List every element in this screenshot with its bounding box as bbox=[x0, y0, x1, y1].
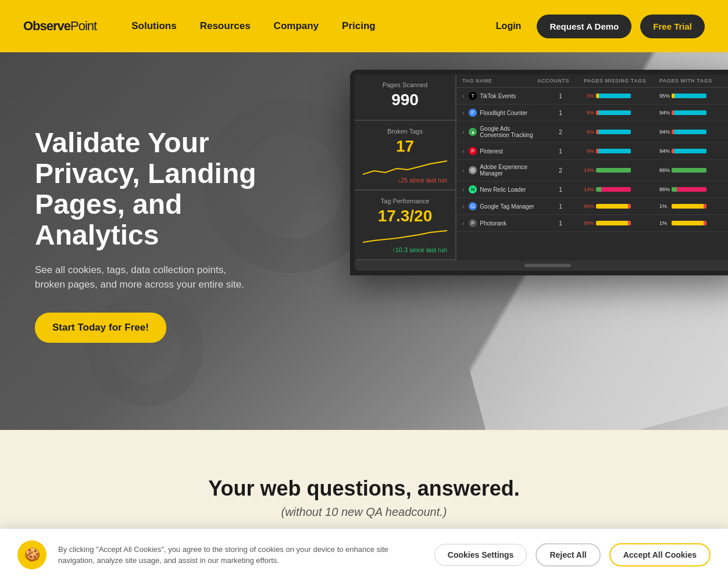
chevron-icon: › bbox=[462, 203, 464, 210]
pinterest-icon: P bbox=[469, 147, 477, 155]
nav-links: Solutions Resources Company Pricing bbox=[131, 20, 489, 32]
hit-pct: 94% bbox=[659, 110, 670, 116]
miss-bar bbox=[596, 221, 631, 225]
with-bar-cell: 1% bbox=[659, 220, 728, 226]
tag-performance-change: ↑10.3 since last run bbox=[363, 246, 447, 253]
tag-name-cell: › ▲ Google Ads Conversion Tracking bbox=[462, 125, 537, 138]
section-subtitle: (without 10 new QA headcount.) bbox=[35, 505, 693, 519]
missing-bar-cell: 6% bbox=[584, 110, 659, 116]
login-button[interactable]: Login bbox=[489, 16, 529, 36]
tag-name-cell: › G Google Tag Manager bbox=[462, 202, 537, 210]
newrelic-icon: N bbox=[469, 185, 477, 193]
broken-tags-chart bbox=[363, 158, 447, 175]
with-bar-cell: 94% bbox=[659, 148, 728, 154]
missing-bar-cell: 99% bbox=[584, 203, 659, 209]
broken-tags-value: 17 bbox=[363, 137, 447, 156]
free-trial-button[interactable]: Free Trial bbox=[640, 15, 705, 38]
miss-bar bbox=[596, 130, 631, 134]
pages-scanned-value: 990 bbox=[363, 91, 447, 109]
nav-solutions[interactable]: Solutions bbox=[131, 20, 176, 32]
th-tag-name: TAG NAME bbox=[462, 78, 537, 84]
hit-bar bbox=[672, 221, 706, 225]
adobe-icon: ⚙ bbox=[469, 166, 477, 174]
tag-performance-card: Tag Performance 17.3/20 ↑10.3 since last… bbox=[355, 191, 455, 260]
tag-name-cell: › F Floodlight Counter bbox=[462, 109, 537, 117]
tag-name-cell: › P Photorank bbox=[462, 219, 537, 227]
missing-bar-cell: 99% bbox=[584, 220, 659, 226]
cookie-banner: 🍪 By clicking "Accept All Cookies", you … bbox=[0, 528, 728, 570]
gtm-icon: G bbox=[469, 202, 477, 210]
miss-pct: 14% bbox=[584, 187, 594, 192]
table-row: › P Photorank 1 99% bbox=[456, 215, 728, 232]
hit-bar bbox=[672, 110, 706, 115]
laptop-shell: Pages Scanned 990 Broken Tags 17 bbox=[350, 70, 728, 275]
chevron-icon: › bbox=[462, 187, 464, 193]
reject-cookies-button[interactable]: Reject All bbox=[536, 543, 600, 566]
accept-cookies-button[interactable]: Accept All Cookies bbox=[609, 543, 711, 566]
hit-bar bbox=[672, 149, 706, 153]
with-bar-cell: 94% bbox=[659, 129, 728, 135]
accounts-cell: 2 bbox=[537, 167, 584, 174]
accounts-cell: 1 bbox=[537, 110, 584, 116]
th-with-tags: PAGES WITH TAGS bbox=[659, 78, 728, 84]
hero-content: Validate Your Privacy, Landing Pages, an… bbox=[35, 128, 285, 342]
hit-pct: 95% bbox=[659, 93, 670, 99]
hit-bar bbox=[672, 204, 706, 209]
missing-bar-cell: 14% bbox=[584, 187, 659, 192]
table-row: › G Google Tag Manager 1 99% bbox=[456, 198, 728, 215]
broken-tags-change: ↓25 since last run bbox=[363, 177, 447, 184]
cookie-text: By clicking "Accept All Cookies", you ag… bbox=[58, 544, 423, 566]
cookie-emoji: 🍪 bbox=[24, 547, 40, 562]
missing-bar-cell: 6% bbox=[584, 148, 659, 154]
chevron-icon: › bbox=[462, 148, 464, 155]
tag-name-cell: › N New Relic Loader bbox=[462, 185, 537, 193]
with-bar-cell: 94% bbox=[659, 110, 728, 116]
cookies-settings-button[interactable]: Cookies Settings bbox=[434, 544, 527, 566]
with-bar-cell: 95% bbox=[659, 93, 728, 99]
laptop-notch bbox=[524, 264, 571, 267]
logo[interactable]: ObservePoint bbox=[23, 19, 97, 34]
tiktok-icon: T bbox=[469, 92, 477, 100]
table-header: TAG NAME ACCOUNTS PAGES MISSING TAGS PAG… bbox=[456, 74, 728, 88]
dashboard-mockup: Pages Scanned 990 Broken Tags 17 bbox=[350, 70, 728, 275]
hit-bar bbox=[672, 130, 706, 134]
th-missing: PAGES MISSING TAGS bbox=[584, 78, 659, 84]
nav-pricing[interactable]: Pricing bbox=[342, 20, 376, 32]
accounts-cell: 1 bbox=[537, 220, 584, 227]
tag-performance-chart bbox=[363, 228, 447, 245]
miss-pct: 5% bbox=[584, 93, 594, 99]
miss-bar bbox=[596, 187, 631, 192]
hit-pct: 1% bbox=[659, 220, 670, 226]
cookie-icon[interactable]: 🍪 bbox=[17, 540, 47, 569]
tag-name-cell: › ⚙ Adobe Experience Manager bbox=[462, 164, 537, 177]
hit-pct: 1% bbox=[659, 203, 670, 209]
missing-bar-cell: 6% bbox=[584, 129, 659, 135]
miss-bar bbox=[596, 204, 631, 209]
hit-bar bbox=[672, 187, 706, 192]
pages-scanned-card: Pages Scanned 990 bbox=[355, 74, 455, 121]
accounts-cell: 1 bbox=[537, 148, 584, 155]
start-free-button[interactable]: Start Today for Free! bbox=[35, 313, 166, 343]
table-row: › P Pinterest 1 6% bbox=[456, 143, 728, 160]
laptop-screen: Pages Scanned 990 Broken Tags 17 bbox=[355, 74, 728, 260]
nav-company[interactable]: Company bbox=[274, 20, 319, 32]
floodlight-icon: F bbox=[469, 109, 477, 117]
miss-bar bbox=[596, 149, 631, 153]
with-bar-cell: 1% bbox=[659, 203, 728, 209]
missing-bar-cell: 5% bbox=[584, 93, 659, 99]
request-demo-button[interactable]: Request A Demo bbox=[537, 15, 631, 38]
hit-pct: 94% bbox=[659, 129, 670, 135]
hero-section: Validate Your Privacy, Landing Pages, an… bbox=[0, 52, 728, 430]
hit-pct: 94% bbox=[659, 148, 670, 154]
with-bar-cell: 86% bbox=[659, 187, 728, 192]
miss-bar bbox=[596, 94, 631, 98]
tag-performance-value: 17.3/20 bbox=[363, 207, 447, 225]
cookie-actions: Cookies Settings Reject All Accept All C… bbox=[434, 543, 711, 566]
with-bar-cell: 86% bbox=[659, 167, 728, 173]
tag-performance-label: Tag Performance bbox=[363, 198, 447, 205]
section-title: Your web questions, answered. bbox=[35, 476, 693, 501]
accounts-cell: 2 bbox=[537, 129, 584, 135]
nav-resources[interactable]: Resources bbox=[200, 20, 251, 32]
dashboard-inner: Pages Scanned 990 Broken Tags 17 bbox=[355, 74, 728, 260]
pages-scanned-label: Pages Scanned bbox=[363, 81, 447, 88]
